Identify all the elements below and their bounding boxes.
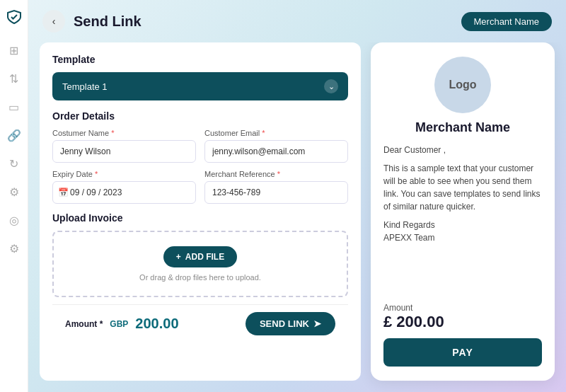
sidebar: ⊞ ⇅ ▭ 🔗 ↻ ⚙ ◎ ⚙	[0, 0, 28, 392]
preview-team: APEXX Team	[383, 231, 542, 244]
preview-card: Logo Merchant Name Dear Customer , This …	[371, 42, 555, 381]
preview-dear: Dear Customer ,	[383, 144, 542, 156]
send-link-label: SEND LINK	[260, 318, 309, 329]
template-label: Template	[52, 54, 348, 65]
back-icon: ‹	[52, 16, 56, 27]
app-logo[interactable]	[6, 8, 23, 25]
customer-name-required: *	[111, 129, 114, 137]
upload-hint: Or drag & drop files here to upload.	[139, 273, 261, 282]
preview-panel: Logo Merchant Name Dear Customer , This …	[371, 42, 555, 381]
order-details-section: Order Details Costumer Name * Customer E…	[52, 110, 348, 204]
sidebar-item-refresh[interactable]: ↻	[6, 156, 22, 171]
upload-area[interactable]: + ADD FILE Or drag & drop files here to …	[52, 231, 348, 297]
currency-badge: GBP	[110, 319, 128, 329]
merchant-ref-label: Merchant Reference *	[204, 170, 348, 178]
sidebar-item-settings[interactable]: ⚙	[6, 241, 22, 256]
expiry-date-group: Expiry Date * 📅	[52, 170, 196, 204]
customer-email-label: Customer Email *	[204, 129, 348, 137]
pay-button[interactable]: PAY	[383, 338, 542, 367]
expiry-date-label: Expiry Date *	[52, 170, 196, 178]
sidebar-item-profile[interactable]: ◎	[6, 212, 22, 228]
chevron-down-icon: ⌄	[324, 79, 338, 93]
preview-regards: Kind Regards	[383, 219, 542, 231]
template-dropdown[interactable]: Template 1 ⌄	[52, 72, 348, 100]
panels: Template Template 1 ⌄ Order Details Cost…	[28, 42, 566, 392]
preview-merchant-name: Merchant Name	[415, 120, 510, 135]
add-file-button[interactable]: + ADD FILE	[163, 246, 237, 267]
expiry-date-input[interactable]	[52, 181, 196, 204]
amount-value: 200.00	[135, 316, 238, 332]
form-row-names: Costumer Name * Customer Email *	[52, 129, 348, 163]
add-file-label: ADD FILE	[185, 252, 224, 262]
sidebar-item-dashboard[interactable]: ⊞	[6, 42, 22, 58]
upload-title: Upload Invoice	[52, 212, 348, 224]
sidebar-item-settings-alt[interactable]: ⚙	[6, 184, 22, 200]
sidebar-item-transactions[interactable]: ⇅	[6, 71, 22, 86]
template-selected: Template 1	[62, 81, 108, 92]
back-button[interactable]: ‹	[42, 10, 65, 33]
preview-amount-section: Amount £ 200.00 PAY	[383, 303, 542, 367]
left-panel: Template Template 1 ⌄ Order Details Cost…	[40, 42, 361, 381]
customer-name-group: Costumer Name *	[52, 129, 196, 163]
sidebar-item-send-link[interactable]: 🔗	[6, 127, 22, 143]
expiry-date-wrapper: 📅	[52, 181, 196, 204]
customer-email-group: Customer Email *	[204, 129, 348, 163]
plus-icon: +	[176, 252, 181, 262]
main-content: ‹ Send Link Merchant Name Template Templ…	[28, 0, 566, 392]
customer-email-required: *	[262, 129, 265, 137]
send-icon: ➤	[313, 318, 321, 329]
header: ‹ Send Link Merchant Name	[28, 0, 566, 42]
calendar-icon: 📅	[58, 188, 69, 197]
sidebar-item-cards[interactable]: ▭	[6, 99, 22, 115]
preview-amount-label: Amount	[383, 303, 542, 313]
merchant-ref-group: Merchant Reference *	[204, 170, 348, 204]
merchant-ref-input[interactable]	[204, 181, 348, 204]
upload-section: Upload Invoice + ADD FILE Or drag & drop…	[52, 212, 348, 297]
logo-placeholder: Logo	[434, 57, 491, 113]
form-row-dates: Expiry Date * 📅 Merchant Reference *	[52, 170, 348, 204]
customer-name-input[interactable]	[52, 140, 196, 163]
order-details-title: Order Details	[52, 110, 348, 122]
send-link-button[interactable]: SEND LINK ➤	[246, 312, 335, 335]
preview-amount-value: £ 200.00	[383, 313, 542, 331]
customer-email-input[interactable]	[204, 140, 348, 163]
bottom-bar: Amount * GBP 200.00 SEND LINK ➤	[52, 304, 348, 342]
amount-label: Amount *	[65, 319, 103, 329]
customer-name-label: Costumer Name *	[52, 129, 196, 137]
page-title: Send Link	[74, 13, 453, 30]
preview-body-text: This is a sample text that your customer…	[383, 162, 542, 213]
merchant-badge: Merchant Name	[461, 12, 552, 31]
preview-body: Dear Customer , This is a sample text th…	[383, 144, 542, 253]
